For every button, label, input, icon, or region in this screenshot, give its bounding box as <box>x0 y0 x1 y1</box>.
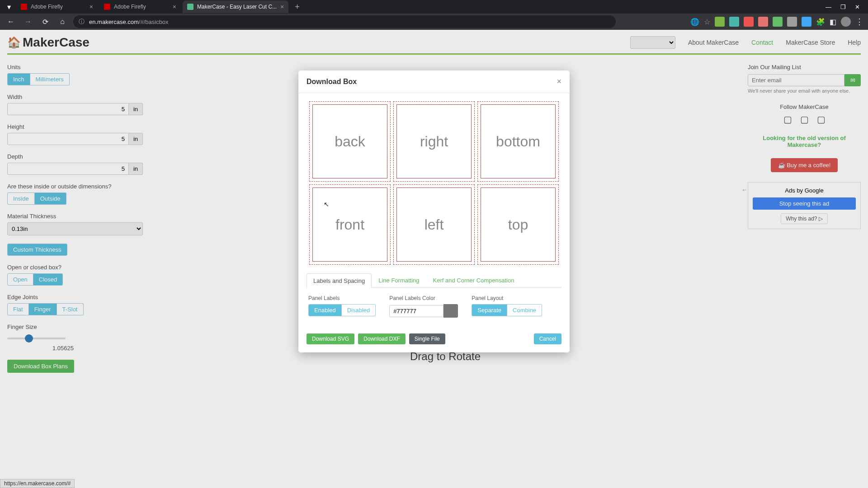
color-swatch[interactable] <box>443 304 458 318</box>
panel-front: front <box>309 184 391 265</box>
status-bar: https://en.makercase.com/# <box>0 479 75 488</box>
close-icon[interactable]: × <box>173 3 176 10</box>
reload-icon[interactable]: ⟳ <box>39 18 52 26</box>
browser-toolbar: ← → ⟳ ⌂ ⓘ en.makercase.com/#/basicbox 🌐 … <box>0 14 868 30</box>
extension-icon[interactable] <box>758 17 768 27</box>
layout-separate-button[interactable]: Separate <box>472 304 507 316</box>
extension-icon[interactable] <box>773 17 783 27</box>
close-icon[interactable]: × <box>280 3 284 10</box>
minimize-icon[interactable]: — <box>826 4 831 10</box>
star-icon[interactable]: ☆ <box>704 18 710 26</box>
profile-icon[interactable] <box>841 17 851 27</box>
maximize-icon[interactable]: ❐ <box>840 4 846 10</box>
window-close-icon[interactable]: ✕ <box>855 4 860 10</box>
extension-icon[interactable] <box>729 17 739 27</box>
cancel-button[interactable]: Cancel <box>534 333 561 344</box>
extension-icon[interactable] <box>787 17 797 27</box>
panel-layout-label: Panel Layout <box>472 295 542 301</box>
tab-labels-spacing[interactable]: Labels and Spacing <box>307 273 372 288</box>
panel-right: right <box>393 101 475 182</box>
menu-icon[interactable]: ⋮ <box>855 17 863 27</box>
extensions-icon[interactable]: 🧩 <box>816 18 825 26</box>
labels-disabled-button[interactable]: Disabled <box>342 304 376 316</box>
tab-search-dropdown[interactable]: ▾ <box>4 1 14 12</box>
extension-icon[interactable] <box>744 17 754 27</box>
site-info-icon[interactable]: ⓘ <box>79 18 85 26</box>
single-file-button[interactable]: Single File <box>409 333 445 344</box>
extension-icon[interactable] <box>802 17 811 27</box>
address-bar[interactable]: ⓘ en.makercase.com/#/basicbox <box>73 15 616 28</box>
preview-area: back right bottom front left top <box>307 99 561 267</box>
modal-title: Download Box <box>307 78 357 86</box>
panel-bottom: bottom <box>477 101 559 182</box>
panel-top: top <box>477 184 559 265</box>
labels-enabled-button[interactable]: Enabled <box>308 304 342 316</box>
tab-strip-bar: ▾ Adobe Firefly× Adobe Firefly× MakerCas… <box>0 0 868 14</box>
translate-icon[interactable]: 🌐 <box>690 18 699 26</box>
extension-icon[interactable] <box>715 17 725 27</box>
browser-tab-1[interactable]: Adobe Firefly× <box>99 0 181 13</box>
forward-icon[interactable]: → <box>22 18 34 26</box>
tab-line-formatting[interactable]: Line Formatting <box>372 273 426 287</box>
home-icon[interactable]: ⌂ <box>56 18 69 26</box>
panel-back: back <box>309 101 391 182</box>
tab-kerf[interactable]: Kerf and Corner Compensation <box>426 273 521 287</box>
cursor-icon: ↖ <box>324 201 329 208</box>
layout-combine-button[interactable]: Combine <box>507 304 542 316</box>
download-dxf-button[interactable]: Download DXF <box>358 333 406 344</box>
new-tab-button[interactable]: + <box>290 2 304 12</box>
panel-labels-label: Panel Labels <box>308 295 376 301</box>
back-icon[interactable]: ← <box>5 18 17 26</box>
browser-tab-2[interactable]: MakerCase - Easy Laser Cut C...× <box>183 0 288 13</box>
sidepanel-icon[interactable]: ◧ <box>830 18 836 26</box>
labels-color-input[interactable] <box>389 305 443 317</box>
browser-tab-0[interactable]: Adobe Firefly× <box>16 0 98 13</box>
close-icon[interactable]: × <box>90 3 93 10</box>
panel-left: left <box>393 184 475 265</box>
download-modal: Download Box × back right bottom front l… <box>298 70 570 352</box>
modal-close-icon[interactable]: × <box>557 77 561 86</box>
labels-color-label: Panel Labels Color <box>389 295 458 301</box>
download-svg-button[interactable]: Download SVG <box>307 333 354 344</box>
modal-overlay: Download Box × back right bottom front l… <box>0 30 868 488</box>
